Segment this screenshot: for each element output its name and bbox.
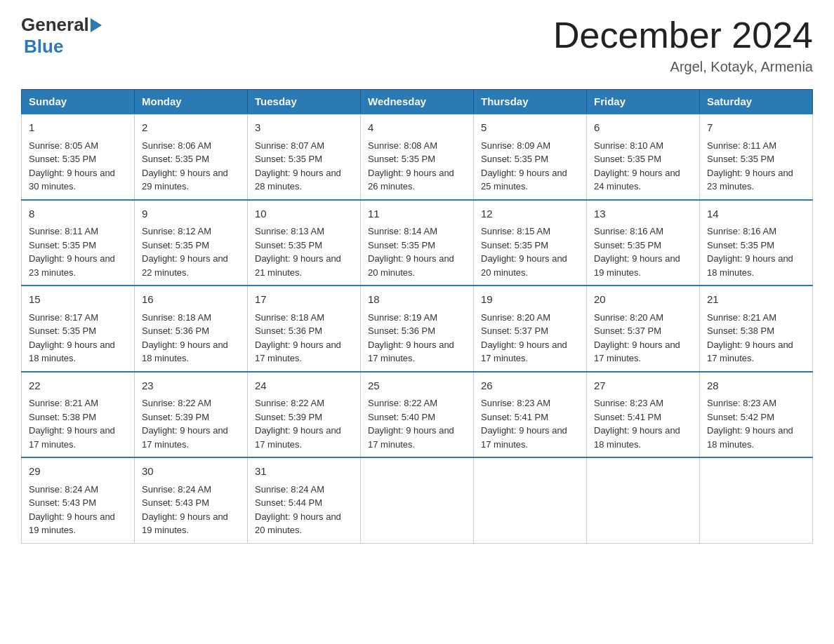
calendar-cell: 30Sunrise: 8:24 AMSunset: 5:43 PMDayligh… [135,457,248,543]
sunrise-text: Sunrise: 8:20 AM [594,312,663,323]
day-number: 25 [368,378,466,394]
calendar-cell: 23Sunrise: 8:22 AMSunset: 5:39 PMDayligh… [135,372,248,458]
daylight-text: Daylight: 9 hours and 17 minutes. [481,425,567,450]
calendar-cell [587,457,700,543]
day-number: 6 [594,120,692,136]
day-number: 9 [142,206,240,222]
sunrise-text: Sunrise: 8:24 AM [255,484,324,495]
daylight-text: Daylight: 9 hours and 17 minutes. [707,340,793,364]
daylight-text: Daylight: 9 hours and 25 minutes. [481,168,567,192]
calendar-cell: 12Sunrise: 8:15 AMSunset: 5:35 PMDayligh… [474,200,587,286]
day-header-monday: Monday [135,90,248,114]
sunset-text: Sunset: 5:35 PM [255,240,322,250]
calendar-cell: 21Sunrise: 8:21 AMSunset: 5:38 PMDayligh… [700,286,813,372]
sunrise-text: Sunrise: 8:16 AM [594,226,663,236]
title-section: December 2024 Argel, Kotayk, Armenia [553,14,813,75]
calendar-cell: 29Sunrise: 8:24 AMSunset: 5:43 PMDayligh… [22,457,135,543]
day-number: 27 [594,378,692,394]
calendar-cell: 11Sunrise: 8:14 AMSunset: 5:35 PMDayligh… [361,200,474,286]
day-number: 22 [29,378,127,394]
calendar-cell: 24Sunrise: 8:22 AMSunset: 5:39 PMDayligh… [248,372,361,458]
calendar-cell: 13Sunrise: 8:16 AMSunset: 5:35 PMDayligh… [587,200,700,286]
day-number: 20 [594,292,692,308]
day-number: 12 [481,206,579,222]
day-header-friday: Friday [587,90,700,114]
sunrise-text: Sunrise: 8:15 AM [481,226,550,236]
calendar-cell: 18Sunrise: 8:19 AMSunset: 5:36 PMDayligh… [361,286,474,372]
calendar-cell: 4Sunrise: 8:08 AMSunset: 5:35 PMDaylight… [361,114,474,200]
sunrise-text: Sunrise: 8:07 AM [255,140,324,151]
sunrise-text: Sunrise: 8:10 AM [594,140,663,151]
calendar-cell: 15Sunrise: 8:17 AMSunset: 5:35 PMDayligh… [22,286,135,372]
calendar-cell: 14Sunrise: 8:16 AMSunset: 5:35 PMDayligh… [700,200,813,286]
sunset-text: Sunset: 5:35 PM [368,154,435,164]
day-number: 29 [29,464,127,480]
sunset-text: Sunset: 5:43 PM [142,497,209,508]
daylight-text: Daylight: 9 hours and 29 minutes. [142,168,228,192]
day-number: 21 [707,292,805,308]
sunset-text: Sunset: 5:35 PM [29,240,96,250]
day-number: 11 [368,206,466,222]
day-number: 4 [368,120,466,136]
calendar-cell: 19Sunrise: 8:20 AMSunset: 5:37 PMDayligh… [474,286,587,372]
day-number: 31 [255,464,353,480]
calendar-week-3: 15Sunrise: 8:17 AMSunset: 5:35 PMDayligh… [22,286,813,372]
daylight-text: Daylight: 9 hours and 26 minutes. [368,168,454,192]
page-header: General Blue December 2024 Argel, Kotayk… [21,14,813,75]
daylight-text: Daylight: 9 hours and 18 minutes. [707,425,793,450]
daylight-text: Daylight: 9 hours and 20 minutes. [368,253,454,278]
calendar-table: SundayMondayTuesdayWednesdayThursdayFrid… [21,89,813,544]
day-number: 14 [707,206,805,222]
calendar-cell: 25Sunrise: 8:22 AMSunset: 5:40 PMDayligh… [361,372,474,458]
sunrise-text: Sunrise: 8:21 AM [707,312,776,323]
sunset-text: Sunset: 5:38 PM [29,412,96,422]
calendar-week-4: 22Sunrise: 8:21 AMSunset: 5:38 PMDayligh… [22,372,813,458]
daylight-text: Daylight: 9 hours and 28 minutes. [255,168,341,192]
daylight-text: Daylight: 9 hours and 17 minutes. [255,425,341,450]
calendar-cell: 1Sunrise: 8:05 AMSunset: 5:35 PMDaylight… [22,114,135,200]
daylight-text: Daylight: 9 hours and 20 minutes. [481,253,567,278]
day-number: 26 [481,378,579,394]
sunset-text: Sunset: 5:39 PM [255,412,322,422]
sunset-text: Sunset: 5:42 PM [707,412,774,422]
daylight-text: Daylight: 9 hours and 17 minutes. [255,340,341,364]
sunrise-text: Sunrise: 8:23 AM [481,398,550,408]
daylight-text: Daylight: 9 hours and 17 minutes. [29,425,115,450]
sunset-text: Sunset: 5:35 PM [255,154,322,164]
sunset-text: Sunset: 5:41 PM [594,412,661,422]
day-number: 10 [255,206,353,222]
calendar-cell: 5Sunrise: 8:09 AMSunset: 5:35 PMDaylight… [474,114,587,200]
day-number: 13 [594,206,692,222]
sunset-text: Sunset: 5:36 PM [368,326,435,336]
calendar-cell: 16Sunrise: 8:18 AMSunset: 5:36 PMDayligh… [135,286,248,372]
sunrise-text: Sunrise: 8:24 AM [142,484,211,495]
day-header-wednesday: Wednesday [361,90,474,114]
logo-general-text: General [21,14,89,36]
sunrise-text: Sunrise: 8:17 AM [29,312,98,323]
sunrise-text: Sunrise: 8:18 AM [142,312,211,323]
logo: General Blue [21,14,102,58]
sunset-text: Sunset: 5:35 PM [594,240,661,250]
sunrise-text: Sunrise: 8:19 AM [368,312,437,323]
day-number: 16 [142,292,240,308]
sunrise-text: Sunrise: 8:23 AM [594,398,663,408]
day-header-sunday: Sunday [22,90,135,114]
daylight-text: Daylight: 9 hours and 17 minutes. [594,340,680,364]
sunrise-text: Sunrise: 8:18 AM [255,312,324,323]
subtitle: Argel, Kotayk, Armenia [553,59,813,75]
daylight-text: Daylight: 9 hours and 23 minutes. [707,168,793,192]
calendar-week-5: 29Sunrise: 8:24 AMSunset: 5:43 PMDayligh… [22,457,813,543]
day-number: 15 [29,292,127,308]
sunset-text: Sunset: 5:36 PM [142,326,209,336]
day-number: 17 [255,292,353,308]
sunrise-text: Sunrise: 8:13 AM [255,226,324,236]
sunrise-text: Sunrise: 8:22 AM [142,398,211,408]
day-number: 1 [29,120,127,136]
calendar-cell: 17Sunrise: 8:18 AMSunset: 5:36 PMDayligh… [248,286,361,372]
sunrise-text: Sunrise: 8:11 AM [29,226,98,236]
sunrise-text: Sunrise: 8:14 AM [368,226,437,236]
daylight-text: Daylight: 9 hours and 17 minutes. [368,340,454,364]
sunrise-text: Sunrise: 8:05 AM [29,140,98,151]
daylight-text: Daylight: 9 hours and 21 minutes. [255,253,341,278]
sunset-text: Sunset: 5:44 PM [255,497,322,508]
